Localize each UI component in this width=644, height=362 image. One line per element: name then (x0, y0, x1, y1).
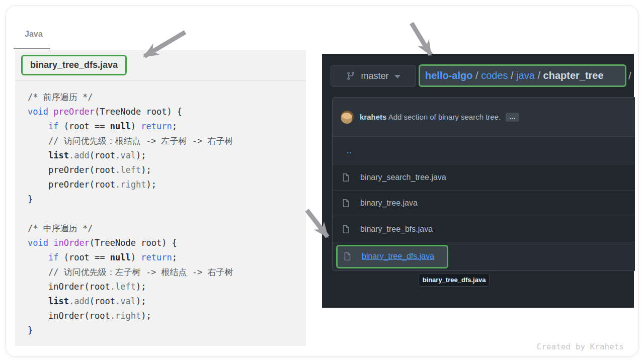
code-line: } (28, 192, 306, 207)
code-line: list.add(root.val); (28, 294, 306, 309)
file-row[interactable]: .. (333, 136, 635, 164)
file-row[interactable]: binary_tree.java (333, 190, 635, 216)
code-line: // 访问优先级：左子树 -> 根结点 -> 右子树 (28, 265, 306, 280)
file-tooltip: binary_tree_dfs.java (419, 273, 490, 287)
code-title-bar: binary_tree_dfs.java (15, 50, 306, 81)
breadcrumb-separator: / (472, 70, 481, 81)
code-line: inOrder(root.right); (28, 309, 306, 323)
latest-commit-bar: krahets Add section of binary search tre… (333, 98, 635, 136)
code-line (28, 207, 306, 221)
code-line: } (28, 323, 306, 338)
code-line: preOrder(root.left); (28, 163, 306, 177)
breadcrumb-segment-java[interactable]: java (516, 70, 535, 81)
breadcrumb-segment-chapter_tree: chapter_tree (543, 70, 604, 81)
file-list: ..binary_search_tree.javabinary_tree.jav… (333, 136, 635, 270)
attribution-text: Created by Krahets (537, 342, 624, 351)
breadcrumb-annotation: hello-algo / codes / java / chapter_tree (419, 64, 626, 87)
file-icon (343, 251, 352, 261)
file-icon (342, 172, 350, 183)
code-line: list.add(root.val); (28, 148, 306, 163)
breadcrumb-segment-hello-algo[interactable]: hello-algo (425, 70, 472, 81)
breadcrumb-segment-codes[interactable]: codes (481, 70, 508, 81)
commit-author-link[interactable]: krahets (360, 113, 386, 121)
breadcrumb-separator: / (508, 70, 517, 81)
code-line: if (root == null) return; (28, 250, 306, 265)
code-file-title: binary_tree_dfs.java (30, 60, 118, 70)
code-line: /* 前序遍历 */ (28, 90, 306, 105)
github-panel: master hello-algo / codes / java / chapt… (322, 54, 634, 308)
breadcrumb: hello-algo / codes / java / chapter_tree (425, 70, 604, 81)
parent-dir-link[interactable]: .. (347, 146, 352, 155)
breadcrumb-separator: / (535, 70, 543, 81)
code-line: void inOrder(TreeNode root) { (28, 236, 306, 250)
avatar[interactable] (341, 111, 354, 124)
code-line: preOrder(root.right); (28, 177, 306, 192)
commit-more-button[interactable]: … (506, 113, 519, 122)
code-panel: binary_tree_dfs.java /* 前序遍历 */void preO… (15, 50, 306, 346)
breadcrumb-trailing-slash: / (628, 70, 631, 82)
code-line: inOrder(root.left); (28, 280, 306, 294)
file-title-annotation: binary_tree_dfs.java (21, 55, 127, 75)
commit-message[interactable]: Add section of binary search tree. (388, 113, 501, 121)
commit-text: krahets Add section of binary search tre… (360, 113, 501, 121)
code-line: /* 中序遍历 */ (28, 221, 306, 236)
branch-selector-button[interactable]: master (331, 65, 416, 87)
tab-java[interactable]: Java (25, 30, 43, 39)
branch-name: master (361, 71, 388, 81)
code-line: if (root == null) return; (28, 119, 306, 134)
code-line: void preOrder(TreeNode root) { (28, 105, 306, 119)
file-link[interactable]: binary_search_tree.java (360, 173, 446, 182)
file-browser-card: krahets Add section of binary search tre… (332, 97, 635, 271)
file-row[interactable]: binary_tree_bfs.java (333, 216, 635, 242)
file-icon (342, 198, 350, 208)
chevron-down-icon (394, 75, 400, 78)
git-branch-icon (346, 71, 355, 80)
file-annotation-box: binary_tree_dfs.java (336, 245, 448, 268)
code-block: /* 前序遍历 */void preOrder(TreeNode root) {… (15, 81, 306, 338)
code-line: // 访问优先级：根结点 -> 左子树 -> 右子树 (28, 134, 306, 148)
file-link[interactable]: binary_tree_dfs.java (362, 252, 434, 261)
file-link[interactable]: binary_tree_bfs.java (360, 225, 433, 234)
tab-underline (14, 48, 50, 49)
file-row[interactable]: binary_tree_dfs.java (333, 242, 635, 270)
file-icon (342, 224, 350, 234)
file-row[interactable]: binary_search_tree.java (333, 164, 635, 190)
file-link[interactable]: binary_tree.java (360, 199, 418, 208)
